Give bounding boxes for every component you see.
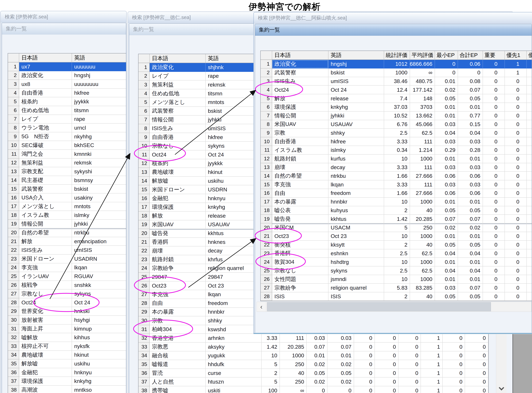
table-row[interactable]: 7情報公開jyhkki10.5213.6620.010.7700 [261,112,532,120]
table-row[interactable]: 24敦賀304hshdtrg1010000.010.0100 [261,258,532,266]
table-row[interactable]: 1ux7uuuuuuu [8,62,126,71]
table-row[interactable]: 19情報公開jyhkki [8,220,126,229]
window-titlebar[interactable]: 検索 [伊勢神宮__徳仁__阿蘇山噴火.sea] [254,12,532,24]
table-row[interactable]: 4Oct24Oct 2412.4177.1420.020.0700 [261,86,532,94]
row-number-header[interactable] [261,51,272,60]
table-row[interactable]: 26女性問題jsmndi1010000.010.0100 [261,275,532,284]
table-row[interactable]: 3ISIS生みumISIS38.46480.750.010.0800 [261,77,532,86]
row-number-header[interactable] [139,54,150,63]
table-row[interactable]: 13崩壊decay3.331110.030.0300 [261,163,532,172]
table-row[interactable]: 5解放release7.41480.050.0500 [261,94,532,103]
window-titlebar[interactable]: 検索 [伊勢神宮.sea] [1,11,126,22]
table-row[interactable]: 14自然の希望ntrkbu1.6627.6660.060.0600 [261,172,532,180]
table-row[interactable]: 2政治変化hngshj [8,71,126,80]
table-row[interactable]: 32香港空港arhnkn3.331110.030.03000100 [139,334,488,343]
table-row[interactable]: 27宗教紛争religion quarrel5.8383.2850.030.07… [261,284,532,292]
column-header[interactable]: 重要 [483,51,505,60]
column-header[interactable]: 平均評価 [410,51,435,60]
table-row[interactable]: 30放射被害hsyhgi [8,316,126,324]
table-row[interactable]: 11鴻門之会kmnnki [8,150,126,159]
table-row[interactable]: 24李克強lkqan [8,263,126,272]
table-row[interactable]: 29世界変化hnkski [8,307,126,316]
table-row[interactable]: 2武装警察bskist1000∞0001 [261,69,532,77]
table-row[interactable]: 6住めぬ低地titsmn [8,106,126,115]
table-row[interactable]: 25イランUAVRGUAV [8,272,126,281]
table-row[interactable]: 20自然の希望ntrkbu [8,228,126,237]
table-row[interactable]: 21Oct23Oct 231010000.010.0100 [261,232,532,241]
table-row[interactable]: 36冒涜curse2400.050.05000100 [139,369,488,378]
table-row[interactable]: 4自由香港hkfree [8,89,126,98]
table-row[interactable]: 10SEC爆破bkhSEC [8,141,126,150]
column-header[interactable]: 英語 [206,54,262,63]
table-row[interactable]: 38高潮波mntkso [8,386,126,393]
table-row[interactable]: 32嘘解放kihhus [8,333,126,342]
table-row[interactable]: 37環境保護knkyhg [8,377,126,386]
table-row[interactable]: 12無策利益rekmsk [8,159,126,167]
child-titlebar[interactable]: 集約一覧 [255,24,532,36]
table-row[interactable]: 1政治変化hngshj101216866.66600.0601 [261,60,532,69]
column-header[interactable]: 優先1 [505,51,527,60]
table-row[interactable]: 28ISISISIS2400.050.0500 [261,292,532,301]
cell: 解放 [19,237,72,246]
table-row[interactable]: 15武装警察bskist [8,185,126,193]
table-row[interactable]: 16自由freedom1.6627.6660.060.0600 [261,189,532,198]
table-row[interactable]: 14民主基礎bsmnsy [8,176,126,185]
table-row[interactable]: 17本の暴露hnnbkr1010000.010.0100 [261,198,532,206]
scroll-down-button[interactable] [496,384,507,393]
table-row[interactable]: 7レイプrape [8,115,126,124]
table-row[interactable]: 13宗教支配sykyshi [8,167,126,176]
table-row[interactable]: 35解放嘘uskihu [8,359,126,368]
table-row[interactable]: 23香港餌eshnkn2.562.50.040.0400 [261,249,532,258]
table-row[interactable]: 11イスラム教islmky0.341.2140.290.2800 [261,146,532,155]
column-header[interactable]: 統計評価 [384,51,410,60]
scroll-left-button[interactable]: ‹ [257,302,266,312]
table-row[interactable]: 15李克強lkqan3.331110.030.0300 [261,180,532,189]
table-row[interactable]: 26核戦争snshkk [8,281,126,290]
table-row[interactable]: 8米国UAVUSAUAV6.7645.0660.030.1500 [261,120,532,129]
table-row[interactable]: 20米国CMUSACM52500.020.0200 [261,223,532,232]
table-row[interactable]: 10自由香港hkfree3.331110.030.0300 [261,137,532,146]
table-row[interactable]: 38携帯嘘uskiti100∞00000100 [139,386,488,393]
table-row[interactable]: 34融合核yugukk1010000.010.01000100 [139,351,488,360]
table-row[interactable]: 95G N拒否nkyhhg [8,132,126,141]
table-row[interactable]: 33核抑止不可nyksfk [8,342,126,351]
row-number-header[interactable] [8,54,19,62]
table-row[interactable]: 31海面上昇kimnup [8,324,126,333]
column-header[interactable]: 合計EP [458,51,483,60]
column-header[interactable]: 日本語 [150,54,206,63]
table-row[interactable]: 17メンツ落としmntots [8,202,126,211]
table-row[interactable]: 37人と自然htuszn52500.020.02000100 [139,378,488,386]
column-header[interactable]: 最小EP [435,51,458,60]
table-row[interactable]: 27宗教なしsykyns [8,290,126,298]
table-row[interactable]: 12航路封鎖kurfus1010000.010.0100 [261,155,532,163]
table-row[interactable]: 25宗教なしsykyns2.562.50.040.0400 [261,266,532,275]
table-row[interactable]: 8ウラン電池urncl [8,123,126,132]
table-row[interactable]: 28Oct24Oct 24 [8,298,126,307]
column-header[interactable]: 日本語 [19,54,72,62]
table-row[interactable]: 34農地破壊hkinut [8,351,126,359]
table-row[interactable]: 18嘘公表kuhyus2400.050.0500 [261,206,532,215]
horizontal-scrollbar[interactable]: ‹ [257,302,532,312]
cell: 250 [280,360,307,369]
column-header[interactable]: 優 [527,51,532,60]
table-row[interactable]: 35嘘報道hhdufk52500.020.02000100 [139,360,488,369]
table-row[interactable]: 23米国ドローンUSADRN [8,255,126,263]
table-row[interactable]: 3ux8uuuuuuuu [8,80,126,89]
row-number: 12 [139,159,150,168]
column-header[interactable]: 日本語 [272,51,329,60]
table-row[interactable]: 16USA介入usakiny [8,193,126,202]
table-row[interactable]: 22衝突核kksytt2400.050.0500 [261,241,532,249]
table-row[interactable]: 36金融犯hnknyu [8,368,126,377]
column-header[interactable]: 英語 [72,54,126,62]
column-header[interactable]: 英語 [329,51,384,60]
table-row[interactable]: 33宗教悪aksyky1.4220.2850.070.07000100 [139,343,488,351]
table-row[interactable]: 19嘘告発kkhtus1.4220.2850.070.0700 [261,215,532,223]
table-row[interactable]: 21解放emancipation [8,237,126,246]
scrollbar-thumb[interactable] [267,302,491,311]
table-row[interactable]: 6環境保護knkyhg37.0337030.010.0100 [261,103,532,112]
table-row[interactable]: 5核条約jyykkk [8,97,126,106]
table-row[interactable]: 18イスラム教islmky [8,211,126,220]
table-row[interactable]: 9宗教shhky2.562.50.040.0400 [261,129,532,137]
child-titlebar[interactable]: 集約一覧 [2,23,126,34]
table-row[interactable]: 22ISIS生みumISIS [8,246,126,255]
